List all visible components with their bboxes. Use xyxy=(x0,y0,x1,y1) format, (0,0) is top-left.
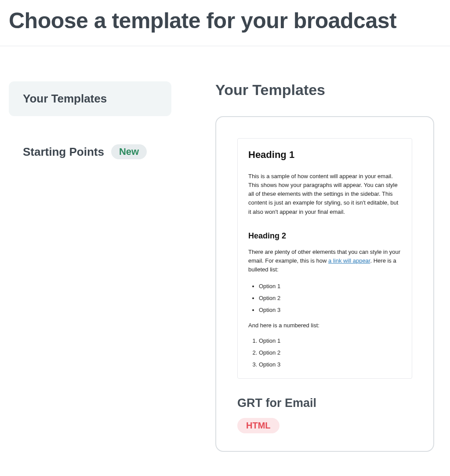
sidebar-item-label: Your Templates xyxy=(23,92,107,106)
content-area: Your Templates Starting Points New Your … xyxy=(0,46,450,469)
preview-bulleted-list: Option 1 Option 2 Option 3 xyxy=(248,283,401,313)
preview-heading-2: Heading 2 xyxy=(248,231,401,241)
preview-paragraph-1: This is a sample of how content will app… xyxy=(248,172,401,216)
preview-link: a link will appear xyxy=(328,257,370,264)
sidebar-item-your-templates[interactable]: Your Templates xyxy=(9,81,171,116)
sidebar-item-starting-points[interactable]: Starting Points New xyxy=(9,134,171,170)
section-title: Your Templates xyxy=(215,81,441,99)
template-type-badge: HTML xyxy=(237,418,279,433)
list-item: Option 2 xyxy=(259,349,401,356)
preview-paragraph-2: There are plenty of other elements that … xyxy=(248,248,401,274)
page-title: Choose a template for your broadcast xyxy=(9,8,441,33)
template-name: GRT for Email xyxy=(237,396,412,410)
list-item: Option 2 xyxy=(259,295,401,301)
preview-paragraph-3: And here is a numbered list: xyxy=(248,322,401,329)
page-header: Choose a template for your broadcast xyxy=(0,0,450,46)
preview-heading-1: Heading 1 xyxy=(248,149,401,161)
template-preview: Heading 1 This is a sample of how conten… xyxy=(237,138,412,379)
sidebar-item-label: Starting Points xyxy=(23,145,104,159)
list-item: Option 1 xyxy=(259,283,401,289)
sidebar: Your Templates Starting Points New xyxy=(9,81,171,452)
list-item: Option 3 xyxy=(259,361,401,368)
list-item: Option 3 xyxy=(259,307,401,313)
main-panel: Your Templates Heading 1 This is a sampl… xyxy=(215,81,441,452)
new-badge: New xyxy=(111,144,147,159)
preview-numbered-list: Option 1 Option 2 Option 3 xyxy=(248,337,401,368)
list-item: Option 1 xyxy=(259,337,401,344)
template-card-grt-for-email[interactable]: Heading 1 This is a sample of how conten… xyxy=(215,116,434,452)
